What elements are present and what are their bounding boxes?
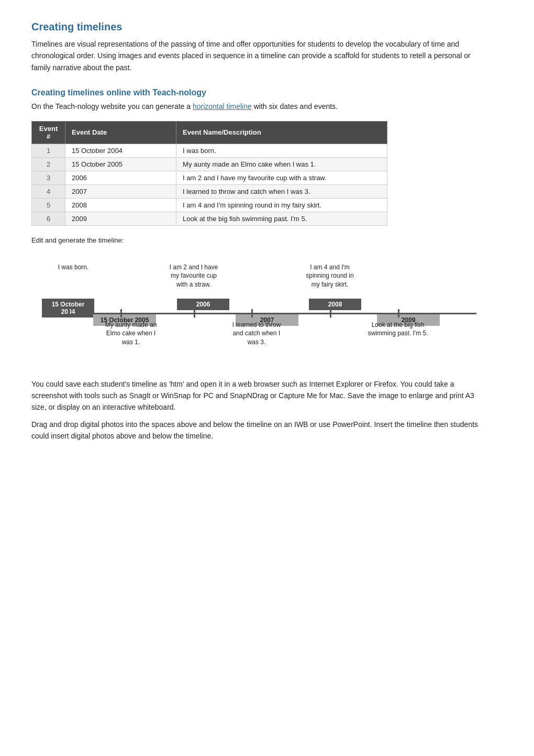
sub-intro-text: On the Teach-nology website you can gene… [31, 102, 193, 111]
page-title: Creating timelines [31, 21, 503, 33]
table-cell-desc: Look at the big fish swimming past. I'm … [176, 212, 387, 225]
para2: Drag and drop digital photos into the sp… [31, 419, 487, 442]
above-event-text: I am 2 and I have my favourite cup with … [162, 263, 225, 289]
timeline-tick [120, 309, 122, 317]
sub-intro2-text: with six dates and events. [252, 102, 338, 111]
edit-label: Edit and generate the timeline: [31, 236, 503, 244]
above-date-box: 2008 [309, 299, 361, 310]
timeline-tick [68, 309, 70, 317]
table-row: 2 15 October 2005 My aunty made an Elmo … [32, 157, 387, 171]
table-cell-desc: I learned to throw and catch when I was … [176, 184, 387, 198]
table-row: 5 2008 I am 4 and I'm spinning round in … [32, 198, 387, 212]
timeline-tick [251, 309, 253, 317]
table-header-desc: Event Name/Description [176, 121, 387, 144]
table-cell-num: 5 [32, 198, 65, 212]
table-cell-desc: My aunty made an Elmo cake when I was 1. [176, 157, 387, 171]
table-cell-desc: I am 2 and I have my favourite cup with … [176, 171, 387, 184]
below-event-text: Look at the big fish swimming past. I'm … [366, 321, 429, 338]
para1: You could save each student's timeline a… [31, 378, 487, 413]
below-event-text: My aunty made an Elmo cake when I was 1. [99, 321, 162, 347]
sub-title: Creating timelines online with Teach-nol… [31, 88, 503, 97]
timeline-visual: 15 October 20042006200815 October 200520… [31, 253, 482, 363]
table-cell-date: 2009 [65, 212, 176, 225]
table-header-num: Event # [32, 121, 65, 144]
table-cell-date: 2006 [65, 171, 176, 184]
above-event-text: I was born. [42, 263, 105, 272]
table-cell-num: 6 [32, 212, 65, 225]
table-cell-desc: I am 4 and I'm spinning round in my fair… [176, 198, 387, 212]
above-date-box: 2006 [177, 299, 229, 310]
table-cell-date: 15 October 2005 [65, 157, 176, 171]
table-row: 4 2007 I learned to throw and catch when… [32, 184, 387, 198]
table-header-date: Event Date [65, 121, 176, 144]
table-cell-date: 2007 [65, 184, 176, 198]
table-cell-date: 2008 [65, 198, 176, 212]
table-cell-num: 1 [32, 144, 65, 157]
sub-intro-paragraph: On the Teach-nology website you can gene… [31, 101, 487, 112]
table-cell-desc: I was born. [176, 144, 387, 157]
table-row: 6 2009 Look at the big fish swimming pas… [32, 212, 387, 225]
table-cell-num: 3 [32, 171, 65, 184]
timeline-tick [330, 309, 331, 317]
above-event-text: I am 4 and I'm spinning round in my fair… [298, 263, 361, 289]
events-table: Event # Event Date Event Name/Descriptio… [31, 121, 387, 226]
intro-paragraph: Timelines are visual representations of … [31, 38, 487, 73]
timeline-tick [194, 309, 195, 317]
table-cell-date: 15 October 2004 [65, 144, 176, 157]
table-cell-num: 4 [32, 184, 65, 198]
table-row: 3 2006 I am 2 and I have my favourite cu… [32, 171, 387, 184]
table-cell-num: 2 [32, 157, 65, 171]
below-event-text: I learned to throw and catch when I was … [225, 321, 288, 347]
horizontal-timeline-link[interactable]: horizontal timeline [193, 102, 252, 111]
table-row: 1 15 October 2004 I was born. [32, 144, 387, 157]
timeline-tick [398, 309, 399, 317]
